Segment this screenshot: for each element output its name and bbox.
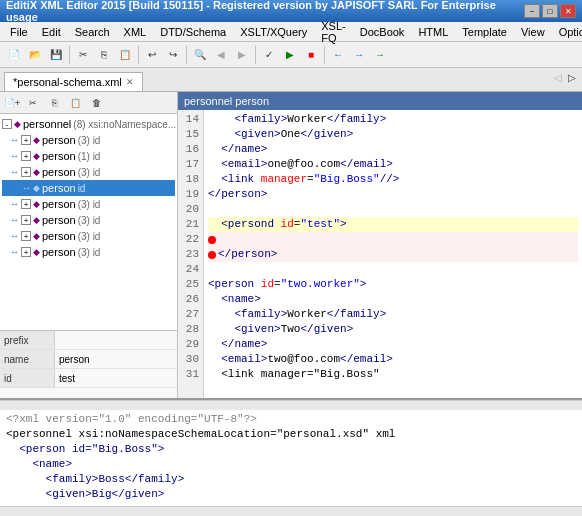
node-type-icon-1: ◆: [33, 135, 40, 145]
expand-icon-3[interactable]: +: [21, 167, 31, 177]
paste-button[interactable]: 📋: [115, 45, 135, 65]
stop-button[interactable]: ■: [301, 45, 321, 65]
right-panel: personnel person 14151617181920212223242…: [178, 92, 582, 398]
bottom-hscroll[interactable]: [0, 400, 582, 410]
code-line-26[interactable]: <name>: [208, 292, 578, 307]
code-line-30[interactable]: <email>two@foo.com</email>: [208, 352, 578, 367]
editor-header: personnel person: [178, 92, 582, 110]
code-area[interactable]: 141516171819202122232425262728293031 <fa…: [178, 110, 582, 398]
code-line-29[interactable]: </name>: [208, 337, 578, 352]
toolbar-sep-1: [69, 46, 70, 64]
tab-close-icon[interactable]: ✕: [126, 77, 134, 87]
run-button[interactable]: ▶: [280, 45, 300, 65]
copy-button[interactable]: ⎘: [94, 45, 114, 65]
menu-xslfq[interactable]: XSL-FQ: [315, 18, 351, 46]
tree-node-person-0[interactable]: ↔ + ◆ person (3) id: [2, 132, 175, 148]
node-type-icon-3: ◆: [33, 167, 40, 177]
tab-nav-right-icon[interactable]: ▷: [566, 72, 578, 83]
tree-node-person-6[interactable]: ↔ + ◆ person (3) id: [2, 244, 175, 260]
menu-options[interactable]: Options: [553, 24, 582, 40]
tree-node-person-5[interactable]: ↔ + ◆ person (3) id: [2, 228, 175, 244]
node-type-icon-0: ◆: [14, 119, 21, 129]
save-button[interactable]: 💾: [46, 45, 66, 65]
code-line-20[interactable]: [208, 202, 578, 217]
bottom-hscroll-2[interactable]: [0, 506, 582, 516]
menu-search[interactable]: Search: [69, 24, 116, 40]
open-button[interactable]: 📂: [25, 45, 45, 65]
menu-dtd[interactable]: DTD/Schema: [154, 24, 232, 40]
tree-node-person-selected[interactable]: ↔ ◆ person id: [2, 180, 175, 196]
arrow-icon-0: ↔: [10, 135, 19, 145]
menu-template[interactable]: Template: [456, 24, 513, 40]
node-label-6: person: [42, 230, 76, 242]
menu-file[interactable]: File: [4, 24, 34, 40]
tab-nav-left-icon[interactable]: ◁: [552, 72, 564, 83]
tree-node-personnel[interactable]: - ◆ personnel (8) xsi:noNamespace...: [2, 116, 175, 132]
tree-node-person-3[interactable]: ↔ + ◆ person (3) id: [2, 196, 175, 212]
expand-icon-7[interactable]: +: [21, 247, 31, 257]
code-line-18[interactable]: <link manager="Big.Boss"//>: [208, 172, 578, 187]
tab-label: *personal-schema.xml: [13, 76, 122, 88]
expand-icon-4[interactable]: +: [21, 199, 31, 209]
tab-personal-schema[interactable]: *personal-schema.xml ✕: [4, 72, 143, 91]
minimize-button[interactable]: −: [524, 4, 540, 18]
expand-icon-0[interactable]: -: [2, 119, 12, 129]
error-marker-23: [208, 251, 216, 259]
menu-view[interactable]: View: [515, 24, 551, 40]
code-line-21[interactable]: <persond id="test">: [208, 217, 578, 232]
expand-icon-5[interactable]: +: [21, 215, 31, 225]
menu-xml[interactable]: XML: [118, 24, 153, 40]
redo-button[interactable]: ↪: [163, 45, 183, 65]
find-button[interactable]: 🔍: [190, 45, 210, 65]
arrow-left-btn[interactable]: ←: [328, 45, 348, 65]
code-line-25[interactable]: <person id="two.worker">: [208, 277, 578, 292]
code-content[interactable]: <family>Worker</family> <given>One</give…: [204, 110, 582, 398]
code-line-17[interactable]: <email>one@foo.com</email>: [208, 157, 578, 172]
code-line-23[interactable]: </person>: [208, 247, 578, 262]
close-button[interactable]: ✕: [560, 4, 576, 18]
nav-forward-button[interactable]: ▶: [232, 45, 252, 65]
left-cut-btn[interactable]: ✂: [23, 93, 43, 113]
code-line-15[interactable]: <given>One</given>: [208, 127, 578, 142]
tree-area: - ◆ personnel (8) xsi:noNamespace... ↔ +…: [0, 114, 177, 330]
menu-docbook[interactable]: DocBook: [354, 24, 411, 40]
props-row-prefix: prefix: [0, 331, 177, 350]
code-line-31[interactable]: <link manager="Big.Boss": [208, 367, 578, 382]
expand-icon-6[interactable]: +: [21, 231, 31, 241]
arrow-icon-2: ↔: [10, 167, 19, 177]
expand-icon-2[interactable]: +: [21, 151, 31, 161]
code-line-19[interactable]: </person>: [208, 187, 578, 202]
code-line-16[interactable]: </name>: [208, 142, 578, 157]
left-copy-btn[interactable]: ⎘: [44, 93, 64, 113]
menu-html[interactable]: HTML: [412, 24, 454, 40]
nav-back-button[interactable]: ◀: [211, 45, 231, 65]
menu-xslt[interactable]: XSLT/XQuery: [234, 24, 313, 40]
code-line-27[interactable]: <family>Worker</family>: [208, 307, 578, 322]
left-toolbar: 📄+ ✂ ⎘ 📋 🗑: [0, 92, 177, 114]
code-line-22[interactable]: [208, 232, 578, 247]
menu-edit[interactable]: Edit: [36, 24, 67, 40]
tree-node-person-2[interactable]: ↔ + ◆ person (3) id: [2, 164, 175, 180]
code-line-14[interactable]: <family>Worker</family>: [208, 112, 578, 127]
properties-panel: prefix name person id test: [0, 330, 177, 398]
maximize-button[interactable]: □: [542, 4, 558, 18]
check-button[interactable]: ✓: [259, 45, 279, 65]
left-del-btn[interactable]: 🗑: [86, 93, 106, 113]
cut-button[interactable]: ✂: [73, 45, 93, 65]
arrow-right-btn[interactable]: →: [349, 45, 369, 65]
new-button[interactable]: 📄: [4, 45, 24, 65]
tree-node-person-1[interactable]: ↔ + ◆ person (1) id: [2, 148, 175, 164]
node-label-3: person: [42, 166, 76, 178]
props-key-prefix: prefix: [0, 331, 55, 349]
left-new-btn[interactable]: 📄+: [2, 93, 22, 113]
left-paste-btn[interactable]: 📋: [65, 93, 85, 113]
node-label-2: person: [42, 150, 76, 162]
toolbar-sep-5: [324, 46, 325, 64]
tree-node-person-4[interactable]: ↔ + ◆ person (3) id: [2, 212, 175, 228]
code-line-28[interactable]: <given>Two</given>: [208, 322, 578, 337]
node-badge-7: (3) id: [78, 247, 101, 258]
arrow-green-btn[interactable]: →: [370, 45, 390, 65]
expand-icon-1[interactable]: +: [21, 135, 31, 145]
undo-button[interactable]: ↩: [142, 45, 162, 65]
code-line-24[interactable]: [208, 262, 578, 277]
